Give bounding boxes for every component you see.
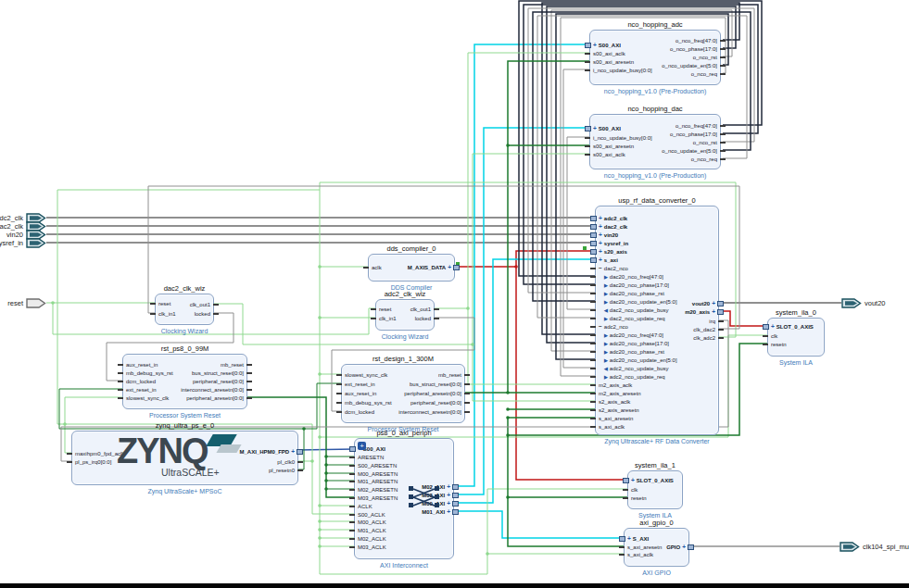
pin-m03_aclk[interactable]: M03_ACLK [358, 544, 386, 551]
expand-interface-icon[interactable]: + [599, 232, 602, 239]
pin-interconnect_aresetn00[interactable]: interconnect_aresetn[0:0] [398, 408, 461, 416]
wire-pl_resetn0_b[interactable] [304, 383, 341, 429]
expand-interface-icon[interactable]: + [682, 544, 686, 551]
pin-adc2_nco[interactable]: −adc2_nco [599, 323, 628, 331]
pin-s00_axi[interactable]: +S00_AXI [593, 125, 621, 132]
pin-s2_axis_aresetn[interactable]: s2_axis_aresetn [599, 407, 639, 414]
pin-s_axi_aresetn[interactable]: s_axi_aresetn [627, 544, 662, 551]
pin-m20_axis[interactable]: +m20_axis [685, 308, 715, 316]
pin-vin20[interactable]: +vin20 [599, 231, 618, 239]
pin-aresetn[interactable]: ARESETN [358, 454, 384, 461]
pin-adc2_nco_update_req[interactable]: ▶adc2_nco_update_req [599, 373, 665, 381]
pin-peripheral_reset00[interactable]: peripheral_reset[0:0] [410, 399, 461, 407]
pin-adc2_nco_update_busy[interactable]: ◀adc2_nco_update_busy [599, 365, 669, 372]
pin-peripheral_aresetn00[interactable]: peripheral_aresetn[0:0] [404, 390, 461, 397]
pin-slowest_sync_clk[interactable]: slowest_sync_clk [345, 371, 387, 379]
expand-interface-icon[interactable]: + [712, 301, 715, 307]
pin-adc20_nco_phase170[interactable]: ▶adc20_nco_phase[17:0] [599, 340, 669, 347]
expand-interface-icon[interactable]: + [447, 493, 450, 499]
expand-interface-icon[interactable]: + [447, 484, 450, 491]
wire-m01_axi[interactable] [452, 511, 624, 538]
pin-gpio[interactable]: +GPIO [666, 544, 686, 551]
pin-resetn[interactable]: resetn [771, 341, 787, 348]
expand-interface-icon[interactable]: + [593, 43, 597, 49]
pin-peripheral_reset00[interactable]: peripheral_reset[0:0] [193, 378, 244, 385]
pin-aux_reset_in[interactable]: aux_reset_in [126, 361, 158, 369]
pin-s20_axis[interactable]: +s20_axis [599, 248, 627, 256]
expand-interface-icon[interactable]: + [599, 257, 602, 264]
pin-locked[interactable]: locked [195, 310, 210, 318]
pin-locked[interactable]: locked [415, 315, 431, 322]
pin-dac20_nco_update_en50[interactable]: ▶dac20_nco_update_en[5:0] [599, 298, 677, 306]
pin-m01_aresetn[interactable]: M01_ARESETN [358, 478, 398, 485]
collapse-group-icon[interactable]: − [599, 324, 602, 331]
pin-ext_reset_in[interactable]: ext_reset_in [126, 386, 157, 394]
block-usp_rf_data_converter_0[interactable]: usp_rf_data_converter_0Zynq Ultrascale+ … [595, 206, 719, 435]
pin-s00_axi_aclk[interactable]: s00_axi_aclk [593, 50, 625, 57]
pin-sysref_in[interactable]: +sysref_in [599, 240, 628, 247]
pin-clk_in1[interactable]: clk_in1 [158, 310, 176, 318]
pin-dac2_nco_update_req[interactable]: ▶dac2_nco_update_req [599, 315, 665, 322]
pin-m03_aresetn[interactable]: M03_ARESETN [358, 494, 398, 502]
pin-m01_aclk[interactable]: M01_ACLK [358, 527, 386, 534]
pin-o_nco_freq470[interactable]: o_nco_freq[47:0] [675, 37, 717, 44]
wire-m20_axis_ila0[interactable] [717, 311, 767, 326]
pin-o_nco_update_en50[interactable]: o_nco_update_en[5:0] [662, 62, 717, 69]
pin-s00_axi_aresetn[interactable]: s00_axi_aresetn [593, 58, 634, 66]
pin-m2_axis_aclk[interactable]: m2_axis_aclk [599, 382, 632, 389]
pin-peripheral_aresetn00[interactable]: peripheral_aresetn[0:0] [186, 394, 244, 402]
pin-adc20_nco_freq470[interactable]: ▶adc20_nco_freq[47:0] [599, 332, 663, 339]
pin-m00_aresetn[interactable]: M00_ARESETN [358, 470, 398, 478]
pin-dac2_nco_update_busy[interactable]: ◀dac2_nco_update_busy [599, 307, 669, 314]
pin-clk_adc2[interactable]: clk_adc2 [693, 334, 715, 342]
block-rst_ps8_0_99M[interactable]: rst_ps8_0_99MProcessor System Resetaux_r… [122, 354, 247, 409]
block-nco_hopping_dac[interactable]: nco_hopping_dacnco_hopping_v1.0 (Pre-Pro… [589, 114, 721, 169]
pin-s2_axis_aclk[interactable]: s2_axis_aclk [599, 398, 630, 406]
expand-interface-icon[interactable]: + [599, 224, 602, 231]
pin-mb_reset[interactable]: mb_reset [221, 361, 244, 369]
pin-irq[interactable]: irq [709, 318, 715, 325]
pin-o_nco_phase170[interactable]: o_nco_phase[17:0] [670, 131, 717, 138]
pin-mb_reset[interactable]: mb_reset [438, 371, 461, 379]
pin-clk[interactable]: clk [631, 486, 638, 494]
pin-s_axi_aclk[interactable]: s_axi_aclk [599, 423, 625, 431]
pin-bus_struct_reset00[interactable]: bus_struct_reset[0:0] [410, 381, 461, 388]
pin-s00_axi_aresetn[interactable]: s00_axi_aresetn [593, 143, 634, 150]
wire-parstn_gpio[interactable] [508, 497, 624, 546]
block-adc2_clk_wiz[interactable]: adc2_clk_wizClocking Wizardresetclk_in1c… [375, 299, 435, 331]
pin-mb_debug_sys_rst[interactable]: mb_debug_sys_rst [345, 399, 392, 407]
pin-aux_reset_in[interactable]: aux_reset_in [345, 390, 376, 397]
block-dds_compiler_0[interactable]: dds_compiler_0DDS Compileraclk+M_AXIS_DA… [368, 254, 455, 281]
pin-o_nco_rst[interactable]: o_nco_rst [693, 139, 717, 146]
pin-reset[interactable]: reset [158, 300, 170, 307]
pin-o_nco_phase170[interactable]: o_nco_phase[17:0] [670, 45, 717, 53]
expand-interface-icon[interactable]: + [631, 478, 635, 484]
expand-interface-icon[interactable]: + [447, 509, 450, 516]
pin-i_nco_update_busy00[interactable]: i_nco_update_busy[0:0] [593, 67, 652, 74]
pin-o_nco_update_en50[interactable]: o_nco_update_en[5:0] [662, 147, 717, 155]
pin-reset[interactable]: reset [379, 306, 391, 313]
pin-adc20_nco_phase_rst[interactable]: ▶adc20_nco_phase_rst [599, 348, 664, 356]
expand-interface-icon[interactable]: + [593, 126, 597, 132]
pin-dcm_locked[interactable]: dcm_locked [126, 378, 156, 385]
pin-dac2_clk[interactable]: +dac2_clk [599, 223, 627, 231]
expand-interface-icon[interactable]: + [448, 265, 451, 271]
expand-interface-icon[interactable]: + [447, 501, 450, 507]
pin-clk_out1[interactable]: clk_out1 [410, 306, 431, 313]
pin-clk_dac2[interactable]: clk_dac2 [693, 326, 715, 333]
pin-dac20_nco_phase_rst[interactable]: ▶dac20_nco_phase_rst [599, 290, 664, 297]
expand-interface-icon[interactable]: + [599, 241, 602, 247]
pin-m00_aclk[interactable]: M00_ACLK [358, 519, 386, 526]
pin-interconnect_aresetn00[interactable]: interconnect_aresetn[0:0] [181, 386, 244, 394]
pin-s00_aresetn[interactable]: S00_ARESETN [358, 462, 397, 469]
pin-clk_in1[interactable]: clk_in1 [379, 315, 397, 322]
external-port-clk104_spi_mux[interactable]: clk104_spi_mux [840, 541, 909, 552]
expand-block-button[interactable]: + [358, 442, 366, 450]
pin-aclk[interactable]: aclk [372, 264, 382, 271]
pin-dcm_locked[interactable]: dcm_locked [345, 408, 374, 416]
block-system_ila_1[interactable]: system_ila_1System ILA+SLOT_0_AXISclkres… [627, 470, 683, 509]
block-rst_design_1_300M[interactable]: rst_design_1_300MProcessor System Resets… [341, 364, 465, 423]
pin-s00_axi[interactable]: +S00_AXI [593, 42, 621, 49]
expand-interface-icon[interactable]: + [599, 216, 602, 222]
wire-pl_clk0_b[interactable] [65, 397, 122, 424]
